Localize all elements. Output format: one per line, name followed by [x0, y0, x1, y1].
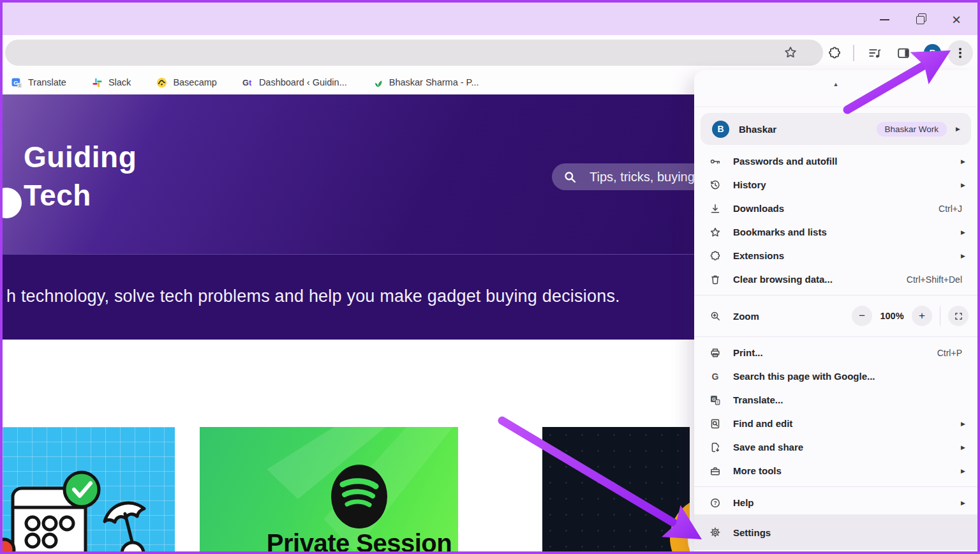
site-tagline: h technology, solve tech problems and he… — [6, 287, 620, 306]
svg-text:文: 文 — [18, 83, 22, 87]
zoom-in-button[interactable]: + — [912, 306, 932, 326]
menu-divider — [694, 486, 977, 487]
menu-item-history[interactable]: History ▶ — [694, 173, 977, 197]
submenu-arrow-icon: ▶ — [961, 500, 965, 506]
menu-item-search-this-page-with-google[interactable]: G Search this page with Google... — [694, 364, 977, 388]
restore-icon — [916, 16, 924, 24]
star-icon — [709, 227, 721, 238]
menu-item-clear-browsing-data[interactable]: Clear browsing data... Ctrl+Shift+Del — [694, 267, 977, 291]
scroll-up-icon: ▲ — [833, 81, 839, 87]
search-icon — [563, 170, 577, 184]
bookmark-item-translate[interactable]: G文 Translate — [11, 77, 66, 88]
browser-toolbar: B — [3, 35, 977, 70]
toolbar-divider — [853, 45, 854, 61]
submenu-arrow-icon: ▶ — [961, 421, 965, 427]
menu-profile-name: Bhaskar — [739, 124, 877, 135]
google-icon: G — [709, 371, 721, 382]
menu-item-help[interactable]: ? Help ▶ — [694, 491, 977, 514]
svg-text:G: G — [242, 78, 249, 87]
menu-items: Passwords and autofill ▶ History ▶ Downl… — [694, 149, 977, 550]
minimize-button[interactable] — [875, 10, 894, 29]
basecamp-favicon — [156, 77, 167, 88]
restore-button[interactable] — [910, 10, 930, 29]
bookmark-star-icon[interactable] — [783, 45, 798, 59]
bookmark-item-basecamp[interactable]: Basecamp — [156, 77, 217, 88]
zoom-level: 100% — [875, 311, 909, 321]
menu-item-find-and-edit[interactable]: Find and edit ▶ — [694, 412, 977, 435]
submenu-arrow-icon: ▶ — [961, 253, 965, 259]
submenu-arrow-icon: ▶ — [961, 444, 965, 451]
bookmark-item-dashboard-guidin[interactable]: Gt Dashboard ‹ Guidin... — [242, 77, 347, 88]
tools-icon — [709, 465, 721, 477]
help-icon: ? — [709, 497, 721, 509]
submenu-arrow-icon: ▶ — [961, 229, 965, 236]
fullscreen-button[interactable] — [948, 306, 969, 326]
close-icon: × — [952, 12, 961, 27]
history-icon — [709, 179, 721, 191]
submenu-arrow-icon: ▶ — [961, 182, 965, 188]
menu-item-passwords-and-autofill[interactable]: Passwords and autofill ▶ — [694, 149, 977, 173]
trash-icon — [709, 274, 721, 285]
side-panel-icon[interactable] — [896, 46, 910, 60]
menu-divider — [694, 336, 977, 337]
menu-item-save-and-share[interactable]: Save and share ▶ — [694, 435, 977, 459]
puzzle-icon — [709, 250, 721, 262]
address-bar[interactable] — [5, 40, 823, 66]
zoom-divider — [940, 306, 940, 326]
article-card-tips[interactable] — [3, 427, 175, 551]
translate-icon: G文 — [709, 394, 721, 406]
minimize-icon — [880, 19, 889, 20]
menu-item-translate[interactable]: G文 Translate... — [694, 388, 977, 412]
gear-icon — [709, 527, 721, 538]
submenu-arrow-icon: ▶ — [961, 468, 965, 474]
leaf-favicon — [373, 77, 383, 88]
submenu-arrow-icon: ▶ — [956, 126, 960, 132]
gt-favicon: Gt — [242, 77, 253, 88]
menu-item-downloads[interactable]: Downloads Ctrl+J — [694, 197, 977, 220]
zoom-out-button[interactable]: − — [852, 306, 872, 326]
site-logo-text: Guiding Tech — [24, 138, 137, 214]
window-titlebar: × — [3, 3, 977, 35]
translate-favicon: G文 — [11, 77, 22, 88]
slack-favicon — [92, 77, 103, 88]
tips-card-illustration — [3, 427, 175, 551]
bookmark-item-slack[interactable]: Slack — [92, 77, 131, 88]
menu-item-zoom: Zoom − 100% + — [694, 299, 977, 333]
menu-item-bookmarks-and-lists[interactable]: Bookmarks and lists ▶ — [694, 220, 977, 244]
article-card-spotify[interactable]: Private Session — [200, 427, 458, 551]
menu-item-profile[interactable]: B Bhaskar Bhaskar Work ▶ — [701, 113, 971, 145]
save-icon — [709, 442, 721, 453]
menu-item-print[interactable]: Print... Ctrl+P — [694, 341, 977, 364]
menu-profile-badge: Bhaskar Work — [877, 122, 947, 137]
media-controls-icon[interactable] — [868, 46, 882, 60]
menu-three-dots-button[interactable] — [947, 40, 973, 66]
close-button[interactable]: × — [947, 10, 966, 29]
site-logo-circle — [0, 188, 22, 218]
bookmark-item-bhaskar-sharma-p[interactable]: Bhaskar Sharma - P... — [373, 77, 479, 88]
submenu-arrow-icon: ▶ — [961, 158, 965, 165]
print-icon — [709, 347, 721, 359]
menu-scroll-up[interactable]: ▲ — [694, 70, 977, 98]
search-placeholder: Tips, tricks, buying — [590, 170, 695, 184]
dark-card-orange-circle — [670, 497, 690, 551]
chrome-menu: ▲ B Bhaskar Bhaskar Work ▶ Passwords and… — [694, 70, 977, 551]
profile-avatar[interactable]: B — [924, 44, 941, 61]
menu-divider — [694, 107, 977, 107]
menu-item-extensions[interactable]: Extensions ▶ — [694, 244, 977, 267]
key-icon — [709, 156, 721, 167]
svg-text:文: 文 — [716, 400, 720, 404]
spotify-logo-icon — [331, 465, 387, 528]
menu-profile-avatar: B — [712, 121, 729, 138]
download-icon — [709, 203, 721, 214]
fullscreen-icon — [954, 311, 963, 321]
svg-text:t: t — [249, 78, 252, 87]
menu-divider — [694, 295, 977, 296]
spotify-card-title: Private Session — [267, 529, 452, 551]
menu-item-settings[interactable]: Settings — [694, 514, 977, 550]
article-card-dark[interactable] — [542, 427, 690, 551]
browser-window: × B G文 Translate Slack Basecamp Gt Dashb… — [0, 0, 980, 554]
zoom-icon — [709, 310, 721, 322]
extensions-toolbar-icon[interactable] — [828, 46, 842, 60]
menu-item-more-tools[interactable]: More tools ▶ — [694, 459, 977, 483]
find-icon — [709, 418, 721, 430]
